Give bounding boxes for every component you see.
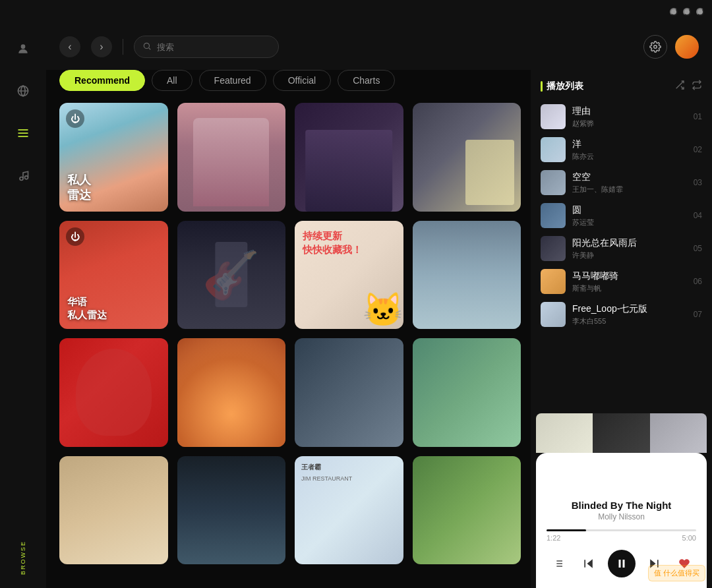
svg-point-7 — [144, 43, 149, 48]
tab-charts[interactable]: Charts — [338, 70, 395, 91]
playlist-artist: 赵紫骅 — [572, 119, 681, 129]
grid-label-5: 华语私人雷达 — [67, 295, 107, 321]
grid-item-13[interactable] — [59, 456, 168, 565]
nav-divider — [123, 39, 123, 55]
playlist-controls — [674, 80, 702, 92]
grid-item-3[interactable] — [295, 103, 403, 212]
forward-button[interactable]: › — [91, 36, 112, 57]
playlist-song: 洋 — [572, 138, 681, 150]
close-button[interactable]: ✕ — [696, 8, 704, 16]
svg-point-0 — [21, 44, 26, 49]
playlist-thumb — [541, 104, 566, 129]
grid-item-4[interactable] — [413, 103, 521, 212]
np-progress-fill — [547, 529, 586, 531]
playlist-thumb — [541, 236, 566, 261]
np-song: Blinded By The Night — [547, 500, 696, 511]
np-prev-button[interactable] — [577, 552, 601, 575]
search-icon — [142, 42, 152, 53]
grid-item-16[interactable] — [413, 456, 521, 565]
svg-marker-17 — [587, 559, 593, 568]
browse-label: BROWSE — [20, 541, 26, 575]
playlist-artist: 李木白555 — [572, 316, 681, 326]
svg-rect-19 — [618, 560, 620, 568]
grid-item-1[interactable]: ⏻ 私人雷达 — [59, 103, 168, 212]
search-box[interactable] — [134, 36, 279, 58]
playlist-item[interactable]: 马马嘟嘟骑 斯斋与帆 06 — [541, 265, 702, 298]
filter-bar: Recommend All Featured Official Charts — [59, 70, 395, 91]
grid-item-10[interactable] — [177, 338, 286, 447]
shuffle-button[interactable] — [674, 80, 685, 92]
playlist-info: 圆 苏运莹 — [572, 204, 681, 227]
playlist-title-text: 播放列表 — [547, 80, 583, 92]
playlist-song: 圆 — [572, 204, 681, 216]
playlist-info: Free_Loop-七元版 李木白555 — [572, 303, 681, 326]
minimize-button[interactable]: — — [670, 8, 678, 16]
playlist-num: 07 — [688, 310, 702, 319]
grid-label-7: 持续更新快快收藏我！ — [303, 229, 362, 256]
playlist-title: 播放列表 — [541, 80, 583, 92]
np-current-time: 1:22 — [547, 534, 560, 542]
tab-official[interactable]: Official — [273, 70, 332, 91]
grid-item-7[interactable]: 持续更新快快收藏我！ 🐱 — [295, 221, 403, 330]
playlist-item[interactable]: Free_Loop-七元版 李木白555 07 — [541, 298, 702, 331]
np-play-pause-button[interactable] — [608, 550, 636, 577]
playlist-info: 马马嘟嘟骑 斯斋与帆 — [572, 270, 681, 293]
playlist-info: 洋 陈亦云 — [572, 138, 681, 162]
playlist-thumb — [541, 302, 566, 327]
playlist-item[interactable]: 阳光总在风雨后 许美静 05 — [541, 232, 702, 265]
sidebar: BROWSE — [0, 24, 46, 588]
playlist-song: Free_Loop-七元版 — [572, 303, 681, 315]
repeat-button[interactable] — [692, 80, 702, 92]
topnav: ‹ › — [46, 24, 712, 70]
grid-item-12[interactable] — [413, 338, 521, 447]
titlebar: — □ ✕ — [0, 0, 712, 24]
playlist-thumb — [541, 203, 566, 228]
playlist-num: 03 — [688, 178, 702, 187]
maximize-button[interactable]: □ — [683, 8, 691, 16]
playlist-section: 播放列表 理由 — [531, 70, 712, 413]
playlist-item[interactable]: 圆 苏运莹 04 — [541, 199, 702, 232]
sidebar-item-user[interactable] — [11, 37, 35, 61]
np-queue-button[interactable] — [547, 552, 570, 575]
playlist-num: 02 — [688, 145, 702, 154]
grid-item-14[interactable] — [177, 456, 286, 565]
playlist-info: 理由 赵紫骅 — [572, 105, 681, 129]
playlist-num: 06 — [688, 277, 702, 286]
sidebar-item-globe[interactable] — [11, 79, 35, 103]
settings-button[interactable] — [643, 35, 667, 59]
grid-item-6[interactable]: 🎸 — [177, 221, 286, 330]
playlist-item[interactable]: 理由 赵紫骅 01 — [541, 100, 702, 133]
right-panel: 播放列表 理由 — [531, 70, 712, 588]
playlist-item[interactable]: 空空 王加一、陈婧霏 03 — [541, 166, 702, 199]
grid-item-5[interactable]: ⏻ 华语私人雷达 — [59, 221, 168, 330]
watermark: 值 什么值得买 — [648, 565, 705, 581]
search-input[interactable] — [157, 42, 270, 52]
grid-item-15[interactable]: 王者霸 JIM RESTAURANT — [295, 456, 403, 565]
playlist-num: 01 — [688, 112, 702, 121]
tab-featured[interactable]: Featured — [199, 70, 266, 91]
grid-item-9[interactable] — [59, 338, 168, 447]
playlist-thumb — [541, 170, 566, 195]
grid-item-11[interactable] — [295, 338, 403, 447]
playlist-info: 阳光总在风雨后 许美静 — [572, 237, 681, 260]
tab-all[interactable]: All — [152, 70, 193, 91]
playlist-item[interactable]: 洋 陈亦云 02 — [541, 133, 702, 166]
sidebar-bottom: BROWSE — [20, 541, 26, 575]
album-strip-teaser — [536, 413, 707, 453]
grid-item-8[interactable] — [413, 221, 521, 330]
back-button[interactable]: ‹ — [59, 36, 80, 57]
sidebar-item-music[interactable] — [11, 163, 35, 187]
avatar[interactable] — [675, 35, 699, 59]
playlist-artist: 陈亦云 — [572, 152, 681, 162]
tab-recommend[interactable]: Recommend — [59, 70, 145, 91]
svg-rect-20 — [622, 560, 624, 568]
np-progress-bar[interactable] — [547, 529, 696, 531]
topnav-right — [643, 35, 699, 59]
np-total-time: 5:00 — [682, 534, 696, 542]
playlist-num: 04 — [688, 211, 702, 220]
playlist-thumb — [541, 269, 566, 294]
grid-item-2[interactable] — [177, 103, 286, 212]
playlist-artist: 斯斋与帆 — [572, 283, 681, 293]
sidebar-item-list[interactable] — [11, 121, 35, 145]
playlist-song: 理由 — [572, 105, 681, 117]
